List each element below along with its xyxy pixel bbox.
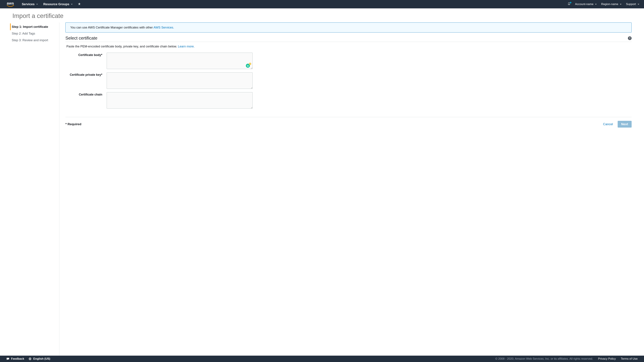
wizard-steps: Step 1: Import certificate Step 2: Add T… xyxy=(10,22,59,356)
wizard-step-1[interactable]: Step 1: Import certificate xyxy=(10,23,59,30)
help-icon[interactable]: ? xyxy=(628,36,632,40)
info-alert-link[interactable]: AWS Services. xyxy=(154,26,174,29)
info-alert: You can use AWS Certificate Manager cert… xyxy=(66,22,632,32)
top-nav: aws Services Resource Groups Account-nam… xyxy=(0,0,644,8)
grammarly-icon[interactable]: G ! xyxy=(246,64,250,68)
section-description-text: Paste the PEM-encoded certificate body, … xyxy=(66,44,178,48)
bottom-bar: Feedback English (US) © 2008 - 2020, Ama… xyxy=(0,356,644,362)
nav-support[interactable]: Support xyxy=(626,2,639,6)
section-title: Select certificate xyxy=(66,35,628,41)
main-panel: You can use AWS Certificate Manager cert… xyxy=(59,22,644,356)
input-private-key[interactable] xyxy=(107,72,252,89)
nav-left-group: Services Resource Groups xyxy=(22,2,81,6)
nav-region[interactable]: Region-name xyxy=(601,2,622,6)
learn-more-link[interactable]: Learn more. xyxy=(178,44,195,48)
caret-down-icon xyxy=(595,4,597,5)
wizard-step-3[interactable]: Step 3: Review and import xyxy=(10,37,59,43)
label-private-key: Certificate private key* xyxy=(66,72,107,89)
cancel-button[interactable]: Cancel xyxy=(603,122,613,126)
label-cert-body: Certificate body* xyxy=(66,53,107,70)
row-cert-chain: Certificate chain xyxy=(66,92,632,109)
copyright-text: © 2008 - 2020, Amazon Web Services, Inc.… xyxy=(495,357,593,361)
caret-down-icon xyxy=(71,4,72,5)
privacy-link[interactable]: Privacy Policy xyxy=(598,357,616,361)
caret-down-icon xyxy=(638,4,639,5)
label-cert-chain: Certificate chain xyxy=(66,92,107,109)
nav-services-label: Services xyxy=(22,2,34,6)
content: Step 1: Import certificate Step 2: Add T… xyxy=(0,22,644,356)
aws-logo-text: aws xyxy=(7,1,14,5)
nav-account-label: Account-name xyxy=(575,2,594,6)
caret-down-icon xyxy=(620,4,622,5)
wizard-step-2[interactable]: Step 2: Add Tags xyxy=(10,30,59,37)
nav-right-group: Account-name Region-name Support xyxy=(567,2,639,6)
chat-icon xyxy=(6,357,10,360)
caret-down-icon xyxy=(36,4,38,5)
page-title: Import a certificate xyxy=(0,8,644,22)
notification-dot-icon xyxy=(570,2,572,3)
nav-region-label: Region-name xyxy=(601,2,618,6)
nav-support-label: Support xyxy=(626,2,636,6)
aws-logo[interactable]: aws xyxy=(7,1,14,7)
nav-resource-groups-label: Resource Groups xyxy=(43,2,69,6)
feedback-label: Feedback xyxy=(11,357,24,361)
aws-smile-icon xyxy=(7,5,14,7)
section-header: Select certificate ? xyxy=(66,35,632,42)
row-private-key: Certificate private key* xyxy=(66,72,632,89)
row-cert-body: Certificate body* G ! xyxy=(66,53,632,70)
terms-link[interactable]: Terms of Use xyxy=(621,357,638,361)
nav-account[interactable]: Account-name xyxy=(575,2,597,6)
required-note: * Required xyxy=(66,122,81,126)
divider xyxy=(66,117,632,117)
notifications-button[interactable] xyxy=(567,2,571,6)
input-cert-body[interactable] xyxy=(107,53,252,69)
section-description: Paste the PEM-encoded certificate body, … xyxy=(66,44,632,48)
feedback-button[interactable]: Feedback xyxy=(6,357,24,361)
info-alert-text: You can use AWS Certificate Manager cert… xyxy=(70,26,154,29)
language-label: English (US) xyxy=(33,357,50,361)
language-button[interactable]: English (US) xyxy=(28,357,50,361)
warning-badge-icon: ! xyxy=(249,63,251,65)
pin-icon[interactable] xyxy=(78,2,81,6)
input-cert-chain[interactable] xyxy=(107,92,252,109)
globe-icon xyxy=(28,357,32,360)
nav-resource-groups[interactable]: Resource Groups xyxy=(43,2,72,6)
form-footer: * Required Cancel Next xyxy=(66,121,632,128)
nav-services[interactable]: Services xyxy=(22,2,38,6)
next-button[interactable]: Next xyxy=(618,121,632,128)
